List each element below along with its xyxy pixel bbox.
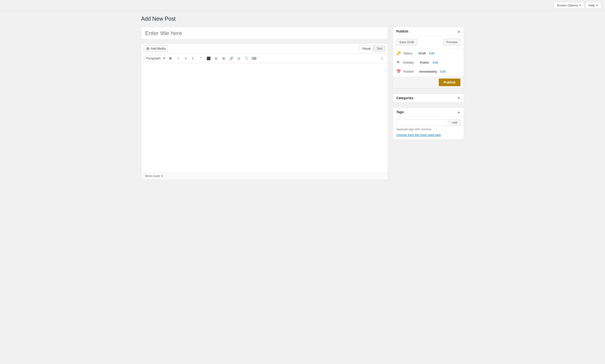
visibility-label: Visibility: xyxy=(403,61,414,64)
ul-icon: ≡ xyxy=(185,56,187,60)
choose-tags-link[interactable]: Choose from the most used tags xyxy=(396,133,441,137)
categories-meta-box: Categories ▼ xyxy=(393,93,464,103)
text-tab[interactable]: Text xyxy=(374,46,385,52)
align-right-button[interactable]: ⊞ xyxy=(220,55,227,62)
editor-main: ⊕ Add Media Visual Text Paragraph Headin… xyxy=(141,27,388,180)
page-wrap: Add New Post ⊕ Add Media Visual Text xyxy=(136,11,469,185)
tags-box-title: Tags xyxy=(396,110,404,114)
italic-icon: I xyxy=(178,56,179,60)
visibility-value: Public xyxy=(420,61,429,64)
publish-time-edit-link[interactable]: Edit xyxy=(440,70,445,73)
align-left-button[interactable]: ⬛ xyxy=(205,55,212,62)
tags-input-row: Add xyxy=(396,119,460,126)
content-area: ⊕ Add Media Visual Text Paragraph Headin… xyxy=(141,27,464,180)
editor-box: ⊕ Add Media Visual Text Paragraph Headin… xyxy=(141,43,388,180)
editor-toolbar-top: ⊕ Add Media Visual Text xyxy=(141,44,388,54)
align-right-icon: ⊞ xyxy=(222,56,225,60)
status-edit-link[interactable]: Edit xyxy=(429,52,434,55)
status-label: Status: xyxy=(403,52,413,55)
editor-toolbar-format: Paragraph Heading 1 Heading 2 Heading 3 … xyxy=(141,54,388,63)
post-title-input[interactable] xyxy=(141,27,388,40)
italic-button[interactable]: I xyxy=(175,55,181,62)
page-title: Add New Post xyxy=(141,16,464,22)
categories-box-toggle[interactable]: ▼ xyxy=(457,96,460,100)
twitter-button[interactable]: 𝕏 xyxy=(243,55,250,62)
publish-actions: Save Draft Preview xyxy=(393,36,464,49)
tags-box-header[interactable]: Tags ▲ xyxy=(393,108,464,117)
publish-meta-box: Publish ▲ Save Draft Preview 🔑 Status: D… xyxy=(393,27,464,89)
add-media-label: Add Media xyxy=(151,47,165,50)
keyboard-icon: ⌨ xyxy=(252,56,256,60)
tags-meta-box: Tags ▲ Add Separate tags with commas Cho… xyxy=(393,107,464,140)
screen-options-button[interactable]: Screen Options ▼ xyxy=(554,2,585,9)
align-center-button[interactable]: ⊟ xyxy=(213,55,219,62)
status-row: 🔑 Status: Draft Edit xyxy=(393,49,464,58)
publish-box-header[interactable]: Publish ▲ xyxy=(393,27,464,36)
status-icon: 🔑 xyxy=(396,51,401,55)
read-more-icon: ⊡ xyxy=(237,56,240,60)
bold-icon: B xyxy=(169,56,172,60)
help-chevron-icon: ▼ xyxy=(596,4,598,7)
visibility-edit-link[interactable]: Edit xyxy=(433,61,438,64)
publish-box-toggle[interactable]: ▲ xyxy=(457,29,460,33)
add-tag-button[interactable]: Add xyxy=(449,119,460,126)
tags-box-toggle[interactable]: ▲ xyxy=(457,110,460,114)
ordered-list-button[interactable]: 1. xyxy=(190,55,197,62)
status-value: Draft xyxy=(419,52,426,55)
read-more-button[interactable]: ⊡ xyxy=(236,55,242,62)
unordered-list-button[interactable]: ≡ xyxy=(182,55,189,62)
visibility-icon: 👁 xyxy=(396,60,400,65)
add-media-button[interactable]: ⊕ Add Media xyxy=(144,45,168,52)
link-button[interactable]: 🔗 xyxy=(228,55,235,62)
categories-box-title: Categories xyxy=(396,96,413,100)
link-icon: 🔗 xyxy=(229,56,233,60)
preview-button[interactable]: Preview xyxy=(443,39,460,46)
visibility-row: 👁 Visibility: Public Edit xyxy=(393,58,464,67)
expand-icon: ⤢ xyxy=(381,56,383,60)
visual-text-tabs: Visual Text xyxy=(359,46,385,52)
publish-time-label: Publish xyxy=(403,70,414,73)
editor-footer: Word count: 0 xyxy=(141,172,388,180)
tags-input[interactable] xyxy=(396,119,447,126)
screen-options-chevron-icon: ▼ xyxy=(579,4,581,7)
align-center-icon: ⊟ xyxy=(215,56,217,60)
blockquote-button[interactable]: " xyxy=(198,55,204,62)
categories-box-header[interactable]: Categories ▼ xyxy=(393,94,464,103)
paragraph-format-select[interactable]: Paragraph Heading 1 Heading 2 Heading 3 xyxy=(144,55,166,62)
blockquote-icon: " xyxy=(201,56,202,60)
publish-time-row: 📅 Publish immediately Edit xyxy=(393,67,464,76)
add-media-icon: ⊕ xyxy=(146,46,149,51)
top-bar: Screen Options ▼ Help ▼ xyxy=(0,0,605,11)
help-button[interactable]: Help ▼ xyxy=(585,2,601,9)
fullscreen-button[interactable]: ⤢ xyxy=(379,55,385,62)
align-left-icon: ⬛ xyxy=(207,56,211,60)
save-draft-button[interactable]: Save Draft xyxy=(396,39,417,46)
publish-box-title: Publish xyxy=(396,29,408,33)
publish-time-icon: 📅 xyxy=(396,69,401,74)
screen-options-label: Screen Options xyxy=(557,4,578,7)
visual-tab[interactable]: Visual xyxy=(359,46,374,52)
tags-box-body: Add Separate tags with commas Choose fro… xyxy=(393,117,464,140)
keyboard-shortcuts-button[interactable]: ⌨ xyxy=(251,55,257,62)
sidebar: Publish ▲ Save Draft Preview 🔑 Status: D… xyxy=(393,27,464,144)
publish-time-value: immediately xyxy=(419,70,437,73)
tags-hint: Separate tags with commas xyxy=(396,128,460,131)
bold-button[interactable]: B xyxy=(167,55,174,62)
help-label: Help xyxy=(588,4,595,7)
editor-content[interactable] xyxy=(141,63,388,172)
ol-icon: 1. xyxy=(192,56,195,60)
publish-button[interactable]: Publish xyxy=(439,78,460,86)
twitter-icon: 𝕏 xyxy=(245,56,248,61)
publish-btn-row: Publish xyxy=(393,76,464,89)
word-count: Word count: 0 xyxy=(145,174,163,178)
